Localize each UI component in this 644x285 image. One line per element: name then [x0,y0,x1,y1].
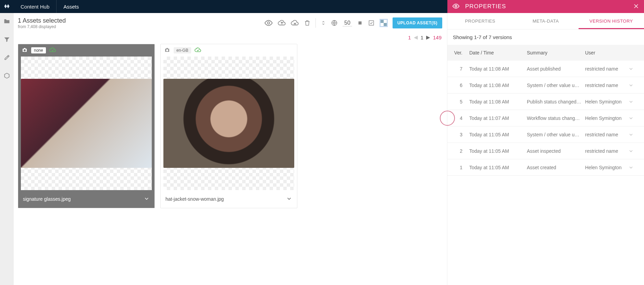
asset-thumbnail[interactable] [163,79,294,168]
chevron-down-icon[interactable] [286,196,292,203]
locale-pill: en-GB [174,47,191,53]
chevron-down-icon[interactable] [624,148,634,154]
sort-icon[interactable] [321,20,326,26]
asset-card[interactable]: en-GB hat-jacket-snow-woman.jpg [160,44,297,208]
pager-total[interactable]: 149 [433,35,442,40]
app-logo[interactable] [0,3,14,10]
table-header: Ver. Date / Time Summary User [447,45,644,61]
cell-user: restricted name [582,132,624,137]
cell-ver: 5 [447,99,466,104]
cell-summary: System / other value up… [523,132,582,137]
package-icon[interactable] [3,72,10,80]
main-area: 1 Assets selected from 7,408 displayed U… [14,13,447,285]
cell-datetime: Today at 11:08 AM [466,99,523,104]
cell-user: Helen Symington [582,99,624,104]
asset-filename: hat-jacket-snow-woman.jpg [165,196,224,202]
remove-cloud-icon[interactable] [291,19,299,27]
cell-summary: Publish status changed … [523,99,582,104]
trash-icon[interactable] [304,20,311,26]
camera-icon [22,47,28,54]
chevron-down-icon[interactable] [624,165,634,170]
tab-meta-data[interactable]: META-DATA [513,13,578,29]
col-datetime: Date / Time [466,50,523,55]
cell-ver: 6 [447,83,466,88]
cell-ver: 1 [447,165,466,170]
cell-summary: Asset created [523,165,582,170]
select-all-icon[interactable] [368,20,375,26]
table-row[interactable]: 7 Today at 11:08 AM Asset published rest… [447,61,644,77]
assets-grid: none signature glasses.jpeg en-GB hat-ja… [14,44,447,285]
cell-user: restricted name [582,148,624,154]
cell-user: Helen Symington [582,115,624,121]
cell-datetime: Today at 11:05 AM [466,148,523,154]
properties-panel: PROPERTIES PROPERTIESMETA-DATAVERSION HI… [447,13,644,285]
stop-icon[interactable] [357,20,363,26]
pager-first[interactable]: 1 [408,35,411,40]
toolbar-divider [315,18,316,28]
svg-rect-6 [369,21,373,25]
filter-icon[interactable] [3,36,10,44]
svg-rect-8 [381,20,384,23]
selection-title: 1 Assets selected [18,17,66,24]
cell-summary: Workflow status chang… [523,115,582,121]
table-row[interactable]: 1 Today at 11:05 AM Asset created Helen … [447,159,644,176]
close-icon[interactable] [633,3,639,10]
preview-icon[interactable] [264,18,273,27]
tab-properties[interactable]: PROPERTIES [447,13,513,29]
app-title[interactable]: Content Hub [14,0,57,13]
cell-ver: 3 [447,132,466,137]
asset-filename: signature glasses.jpeg [23,196,71,202]
svg-rect-5 [358,22,361,25]
chevron-down-icon[interactable] [624,115,634,121]
cell-datetime: Today at 11:07 AM [466,115,523,121]
pager-prev-icon[interactable]: ◀ [414,34,418,40]
chevron-down-icon[interactable] [624,83,634,88]
cell-user: restricted name [582,66,624,72]
chevron-down-icon[interactable] [624,99,634,104]
cell-ver: 7 [447,66,466,72]
cell-user: restricted name [582,83,624,88]
cell-ver: 2 [447,148,466,154]
globe-icon[interactable] [331,20,338,26]
table-row[interactable]: 3 Today at 11:05 AM System / other value… [447,126,644,143]
upload-button[interactable]: UPLOAD ASSET(S) [393,17,442,28]
page-size-input[interactable] [343,20,352,26]
col-ver: Ver. [447,50,466,55]
table-row[interactable]: 6 Today at 11:08 AM System / other value… [447,77,644,94]
cell-ver: 4 [447,115,466,121]
left-nav [0,13,14,285]
asset-thumbnail[interactable] [21,79,152,168]
pager-current: 1 [421,35,423,40]
col-summary: Summary [523,50,582,55]
pager-next-icon[interactable]: ▶ [426,34,430,40]
locale-pill: none [31,47,46,53]
chevron-down-icon[interactable] [624,66,634,72]
cell-user: Helen Symington [582,165,624,170]
version-history-table: Ver. Date / Time Summary User 7 Today at… [447,45,644,176]
transparency-icon[interactable] [380,19,388,27]
table-row[interactable]: 5 Today at 11:08 AM Publish status chang… [447,94,644,110]
table-row[interactable]: 4 Today at 11:07 AM Workflow status chan… [447,110,644,126]
svg-point-3 [268,22,270,24]
tools-icon[interactable] [3,54,10,62]
properties-tabs: PROPERTIESMETA-DATAVERSION HISTORY [447,13,644,29]
cell-summary: Asset inspected [523,148,582,154]
chevron-down-icon[interactable] [624,132,634,137]
cell-datetime: Today at 11:08 AM [466,66,523,72]
svg-point-10 [455,5,457,7]
cell-datetime: Today at 11:08 AM [466,83,523,88]
col-user: User [582,50,624,55]
svg-rect-9 [384,23,387,26]
tab-version-history[interactable]: VERSION HISTORY [579,13,644,29]
visibility-icon[interactable] [452,2,460,11]
table-row[interactable]: 2 Today at 11:05 AM Asset inspected rest… [447,143,644,159]
cell-summary: Asset published [523,66,582,72]
section-title: Assets [57,4,86,10]
upload-cloud-icon[interactable] [278,19,286,27]
selection-sub: from 7,408 displayed [18,24,66,29]
folder-icon[interactable] [3,18,10,26]
chevron-down-icon[interactable] [144,196,150,203]
cell-datetime: Today at 11:05 AM [466,165,523,170]
asset-card[interactable]: none signature glasses.jpeg [18,44,155,208]
cell-datetime: Today at 11:05 AM [466,132,523,137]
